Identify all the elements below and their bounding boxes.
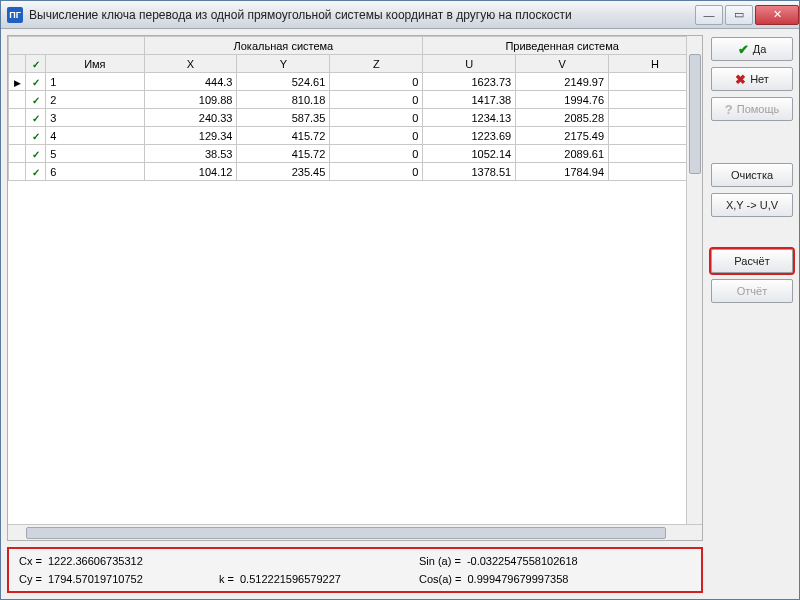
row-indicator: ▶ (9, 73, 26, 91)
report-button[interactable]: Отчёт (711, 279, 793, 303)
table-row[interactable]: ✓3240.33587.3501234.132085.280 (9, 109, 702, 127)
cell-y[interactable]: 415.72 (237, 145, 330, 163)
window-title: Вычисление ключа перевода из одной прямо… (29, 8, 693, 22)
cell-name[interactable]: 1 (46, 73, 144, 91)
cell-u[interactable]: 1234.13 (423, 109, 516, 127)
yes-button[interactable]: ✔ Да (711, 37, 793, 61)
row-indicator (9, 163, 26, 181)
cell-v[interactable]: 2089.61 (516, 145, 609, 163)
col-u[interactable]: U (423, 55, 516, 73)
cell-x[interactable]: 38.53 (144, 145, 237, 163)
cell-x[interactable]: 109.88 (144, 91, 237, 109)
cell-x[interactable]: 104.12 (144, 163, 237, 181)
calc-button[interactable]: Расчёт (711, 249, 793, 273)
cx-value: 1222.36606735312 (48, 555, 143, 567)
clear-button[interactable]: Очистка (711, 163, 793, 187)
cell-z[interactable]: 0 (330, 127, 423, 145)
cell-v[interactable]: 1784.94 (516, 163, 609, 181)
col-v[interactable]: V (516, 55, 609, 73)
group-header-local: Локальная система (144, 37, 423, 55)
group-header-target: Приведенная система (423, 37, 702, 55)
cell-v[interactable]: 2085.28 (516, 109, 609, 127)
cell-u[interactable]: 1223.69 (423, 127, 516, 145)
xy-uv-label: X,Y -> U,V (726, 199, 778, 211)
row-check[interactable]: ✓ (26, 91, 46, 109)
cell-u[interactable]: 1417.38 (423, 91, 516, 109)
cos-label: Cos(a) = (419, 573, 462, 585)
cell-z[interactable]: 0 (330, 109, 423, 127)
cell-y[interactable]: 810.18 (237, 91, 330, 109)
cell-u[interactable]: 1378.51 (423, 163, 516, 181)
row-check[interactable]: ✓ (26, 109, 46, 127)
cell-x[interactable]: 129.34 (144, 127, 237, 145)
row-indicator (9, 127, 26, 145)
horizontal-scrollbar[interactable] (8, 524, 702, 540)
close-button[interactable]: ✕ (755, 5, 799, 25)
window-frame: ПГ Вычисление ключа перевода из одной пр… (0, 0, 800, 600)
cell-name[interactable]: 2 (46, 91, 144, 109)
minimize-button[interactable]: — (695, 5, 723, 25)
calc-label: Расчёт (734, 255, 769, 267)
col-check[interactable]: ✓ (26, 55, 46, 73)
vertical-scrollbar[interactable] (686, 36, 702, 524)
results-panel: Cx =1222.36606735312 Sin (a) =-0.0322547… (7, 547, 703, 593)
table-row[interactable]: ✓538.53415.7201052.142089.610 (9, 145, 702, 163)
row-indicator (9, 145, 26, 163)
question-icon: ? (725, 102, 733, 117)
cell-y[interactable]: 235.45 (237, 163, 330, 181)
cell-name[interactable]: 5 (46, 145, 144, 163)
cell-x[interactable]: 240.33 (144, 109, 237, 127)
row-check[interactable]: ✓ (26, 127, 46, 145)
cell-y[interactable]: 415.72 (237, 127, 330, 145)
row-check[interactable]: ✓ (26, 163, 46, 181)
cos-value: 0.999479679997358 (468, 573, 569, 585)
x-icon: ✖ (735, 72, 746, 87)
app-icon: ПГ (7, 7, 23, 23)
cell-z[interactable]: 0 (330, 73, 423, 91)
cell-u[interactable]: 1623.73 (423, 73, 516, 91)
clear-label: Очистка (731, 169, 773, 181)
yes-label: Да (753, 43, 767, 55)
help-button[interactable]: ? Помощь (711, 97, 793, 121)
table-row[interactable]: ✓6104.12235.4501378.511784.940 (9, 163, 702, 181)
cell-z[interactable]: 0 (330, 91, 423, 109)
col-name[interactable]: Имя (46, 55, 144, 73)
grid-table[interactable]: Локальная система Приведенная система ✓ … (8, 36, 702, 181)
cy-label: Cy = (19, 573, 42, 585)
row-indicator (9, 91, 26, 109)
check-icon: ✔ (738, 42, 749, 57)
k-label: k = (219, 573, 234, 585)
cell-y[interactable]: 524.61 (237, 73, 330, 91)
row-check[interactable]: ✓ (26, 73, 46, 91)
table-row[interactable]: ✓4129.34415.7201223.692175.490 (9, 127, 702, 145)
no-button[interactable]: ✖ Нет (711, 67, 793, 91)
cell-name[interactable]: 4 (46, 127, 144, 145)
cell-v[interactable]: 2175.49 (516, 127, 609, 145)
sin-value: -0.0322547558102618 (467, 555, 578, 567)
cell-v[interactable]: 1994.76 (516, 91, 609, 109)
cx-label: Cx = (19, 555, 42, 567)
help-label: Помощь (737, 103, 780, 115)
sin-label: Sin (a) = (419, 555, 461, 567)
col-z[interactable]: Z (330, 55, 423, 73)
table-row[interactable]: ▶✓1444.3524.6101623.732149.970 (9, 73, 702, 91)
cell-x[interactable]: 444.3 (144, 73, 237, 91)
col-x[interactable]: X (144, 55, 237, 73)
cell-z[interactable]: 0 (330, 145, 423, 163)
cell-name[interactable]: 3 (46, 109, 144, 127)
cell-z[interactable]: 0 (330, 163, 423, 181)
col-y[interactable]: Y (237, 55, 330, 73)
cell-u[interactable]: 1052.14 (423, 145, 516, 163)
cell-v[interactable]: 2149.97 (516, 73, 609, 91)
row-check[interactable]: ✓ (26, 145, 46, 163)
titlebar[interactable]: ПГ Вычисление ключа перевода из одной пр… (1, 1, 799, 29)
cell-name[interactable]: 6 (46, 163, 144, 181)
data-grid: Локальная система Приведенная система ✓ … (7, 35, 703, 541)
left-pane: Локальная система Приведенная система ✓ … (7, 35, 703, 593)
no-label: Нет (750, 73, 769, 85)
table-row[interactable]: ✓2109.88810.1801417.381994.760 (9, 91, 702, 109)
row-indicator (9, 109, 26, 127)
maximize-button[interactable]: ▭ (725, 5, 753, 25)
cell-y[interactable]: 587.35 (237, 109, 330, 127)
xy-to-uv-button[interactable]: X,Y -> U,V (711, 193, 793, 217)
